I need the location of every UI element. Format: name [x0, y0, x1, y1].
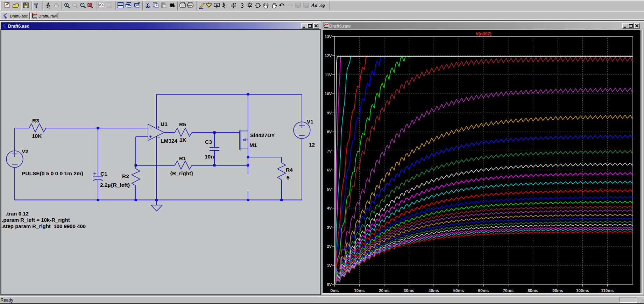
svg-text:1V: 1V — [327, 263, 332, 268]
svg-text:50ms: 50ms — [453, 288, 464, 293]
svg-text:Draft6.asc: Draft6.asc — [10, 14, 28, 18]
svg-text:Draft6.asc: Draft6.asc — [8, 24, 29, 29]
svg-text:100ms: 100ms — [576, 288, 589, 293]
svg-text:5V: 5V — [327, 187, 332, 191]
svg-text:12V: 12V — [325, 54, 332, 58]
svg-text:.tran 0.12: .tran 0.12 — [6, 211, 29, 217]
svg-text:.op: .op — [319, 3, 325, 8]
svg-text:40ms: 40ms — [429, 288, 439, 293]
svg-text:E3: E3 — [304, 4, 308, 7]
svg-text:.step param R_right 100 9900: .step param R_right 100 9900 400 — [1, 223, 86, 229]
svg-text:20ms: 20ms — [379, 288, 390, 293]
svg-text:9V: 9V — [327, 111, 332, 115]
svg-text:10V: 10V — [325, 92, 332, 96]
svg-text:4V: 4V — [327, 206, 332, 210]
svg-text:3V: 3V — [327, 225, 332, 229]
svg-text:Aa: Aa — [311, 2, 318, 8]
svg-text:R4: R4 — [286, 167, 293, 173]
svg-text:Draft6.raw: Draft6.raw — [329, 24, 351, 29]
svg-text:Draft6.raw: Draft6.raw — [38, 14, 57, 18]
svg-text:R1: R1 — [179, 155, 186, 161]
svg-text:110ms: 110ms — [601, 288, 614, 293]
svg-text:0V: 0V — [327, 282, 332, 287]
svg-text:30ms: 30ms — [404, 288, 415, 293]
svg-text:R3: R3 — [32, 118, 39, 123]
svg-text:2V: 2V — [327, 244, 332, 248]
svg-text:1K: 1K — [179, 137, 187, 143]
svg-text:11V: 11V — [325, 73, 332, 77]
svg-text:PULSE(0 5 0 0 0 1m 2m): PULSE(0 5 0 0 0 1m 2m) — [22, 170, 83, 176]
svg-text:10n: 10n — [205, 154, 214, 160]
svg-text:6V: 6V — [327, 168, 332, 172]
svg-text:7V: 7V — [327, 149, 332, 153]
svg-text:90ms: 90ms — [552, 288, 563, 293]
svg-text:V1: V1 — [307, 119, 313, 125]
svg-text:10ms: 10ms — [354, 288, 365, 293]
svg-text:70ms: 70ms — [503, 288, 514, 293]
svg-text:12: 12 — [309, 142, 315, 148]
svg-text:Si4427DY: Si4427DY — [250, 132, 275, 138]
svg-text:8V: 8V — [327, 130, 332, 134]
svg-text:{R_right}: {R_right} — [170, 170, 193, 176]
svg-text:C1: C1 — [100, 171, 107, 177]
svg-text:0ms: 0ms — [330, 288, 339, 293]
svg-text:80ms: 80ms — [528, 288, 538, 293]
svg-text:R2: R2 — [122, 173, 129, 179]
svg-text:V2: V2 — [22, 148, 28, 154]
svg-text:V(n007): V(n007) — [475, 31, 491, 36]
svg-text:U1: U1 — [161, 121, 168, 127]
svg-text:Em: Em — [296, 4, 300, 7]
svg-text:2.2µ{R_left}: 2.2µ{R_left} — [100, 182, 130, 188]
svg-text:10K: 10K — [32, 133, 42, 139]
svg-text:Ready: Ready — [1, 298, 14, 303]
svg-text:LM324: LM324 — [161, 138, 178, 144]
svg-text:A: A — [215, 3, 218, 7]
svg-text:M1: M1 — [249, 142, 257, 148]
svg-text:C3: C3 — [205, 139, 212, 145]
svg-text:13V: 13V — [325, 35, 332, 39]
svg-text:5: 5 — [286, 175, 290, 181]
svg-text:R5: R5 — [179, 121, 186, 127]
svg-text:.param R_left = 10k-R_right: .param R_left = 10k-R_right — [2, 217, 70, 223]
svg-text:60ms: 60ms — [478, 288, 489, 293]
